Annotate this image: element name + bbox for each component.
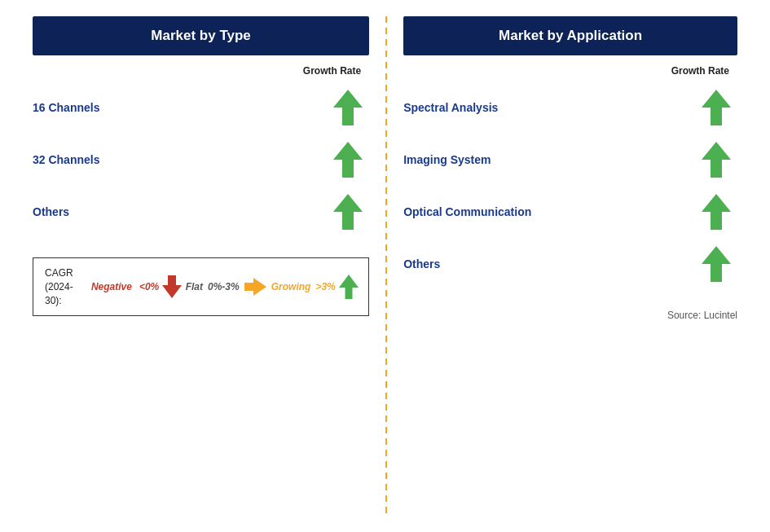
legend-flat-range: 0%-3% xyxy=(208,281,240,292)
app-item-label-3: Optical Communication xyxy=(403,205,531,218)
green-up-arrow-icon-app-2 xyxy=(702,142,731,178)
app-item-label-1: Spectral Analysis xyxy=(403,101,498,114)
vertical-divider xyxy=(385,16,387,516)
left-growth-rate-label: Growth Rate xyxy=(33,65,369,77)
type-item-row-3: Others xyxy=(33,186,369,238)
green-up-arrow-icon-1 xyxy=(333,90,363,125)
app-item-label-4: Others xyxy=(403,257,440,270)
legend-box: CAGR(2024-30): Negative <0% Flat 0%-3% G… xyxy=(33,257,369,316)
green-up-arrow-icon-app-3 xyxy=(702,194,731,230)
right-panel-header: Market by Application xyxy=(403,16,737,55)
legend-growing: Growing xyxy=(271,281,311,292)
green-up-arrow-small-icon xyxy=(341,275,357,299)
divider-line xyxy=(385,16,387,516)
type-item-row-1: 16 Channels xyxy=(33,81,369,134)
right-panel: Market by Application Growth Rate Spectr… xyxy=(395,16,746,516)
legend-flat-label: Flat xyxy=(186,281,203,292)
source-text: Source: Lucintel xyxy=(403,310,737,321)
legend-negative-range: <0% xyxy=(139,281,159,292)
legend-growing-label: Growing xyxy=(271,281,311,292)
green-up-arrow-icon-app-1 xyxy=(702,90,731,125)
left-panel-header: Market by Type xyxy=(33,16,369,55)
legend-flat: Flat xyxy=(186,281,203,292)
green-up-arrow-icon-3 xyxy=(333,194,363,230)
app-item-row-4: Others xyxy=(403,238,737,290)
legend-negative-label: Negative xyxy=(91,281,132,292)
type-item-label-1: 16 Channels xyxy=(33,101,99,114)
app-item-row-1: Spectral Analysis xyxy=(403,81,737,134)
app-item-row-2: Imaging System xyxy=(403,134,737,186)
green-up-arrow-icon-app-4 xyxy=(702,246,731,282)
orange-right-arrow-icon xyxy=(244,278,266,296)
legend-negative: Negative xyxy=(91,281,134,292)
app-item-row-3: Optical Communication xyxy=(403,186,737,238)
green-up-arrow-icon-2 xyxy=(333,142,363,178)
app-item-label-2: Imaging System xyxy=(403,153,491,166)
red-down-arrow-icon xyxy=(164,275,180,298)
type-item-row-2: 32 Channels xyxy=(33,134,369,186)
cagr-label: CAGR(2024-30): xyxy=(45,266,83,307)
left-panel: Market by Type Growth Rate 16 Channels 3… xyxy=(24,16,377,516)
type-item-label-3: Others xyxy=(33,205,69,218)
right-growth-rate-label: Growth Rate xyxy=(403,65,737,77)
main-container: Market by Type Growth Rate 16 Channels 3… xyxy=(0,0,770,532)
type-item-label-2: 32 Channels xyxy=(33,153,99,166)
legend-growing-range: >3% xyxy=(315,281,335,292)
